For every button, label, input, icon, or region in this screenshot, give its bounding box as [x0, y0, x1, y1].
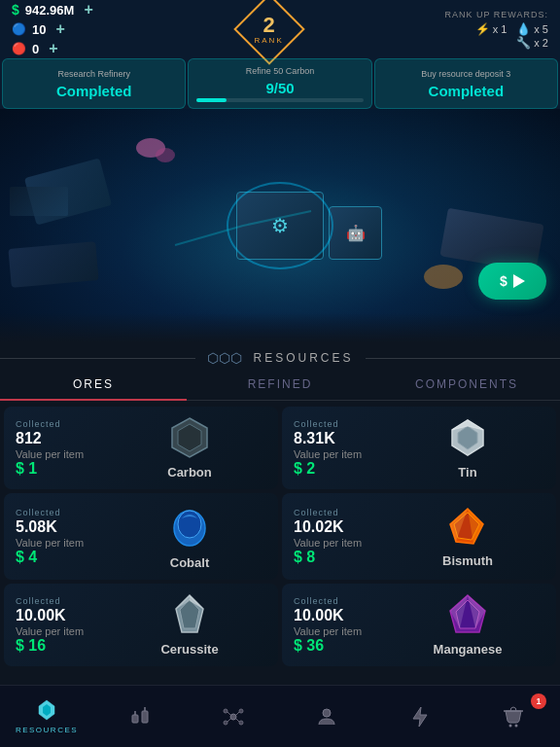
- cerussite-price-label: Value per item: [16, 625, 113, 637]
- manganese-collected-label: Collected: [294, 596, 391, 606]
- cerussite-collected-label: Collected: [16, 596, 113, 606]
- svg-line-32: [228, 712, 230, 715]
- cobalt-collected-label: Collected: [16, 508, 113, 517]
- rank-label: RANK: [254, 36, 283, 45]
- resource-card-cerussite[interactable]: Collected 10.00K Value per item $ 16 Cer…: [4, 584, 278, 666]
- nav-item-network[interactable]: [187, 686, 280, 747]
- resource-info-manganese: Collected 10.00K Value per item $ 36: [294, 596, 391, 655]
- blue-icon: 🔵: [12, 22, 26, 36]
- cobalt-name: Cobalt: [170, 555, 209, 570]
- reward-lightning-amount: x 1: [493, 23, 508, 35]
- resource-card-cobalt[interactable]: Collected 5.08K Value per item $ 4 Cobal…: [4, 493, 278, 580]
- tin-collected-label: Collected: [294, 419, 391, 429]
- reward-gear-amount: x 2: [534, 37, 548, 49]
- bismuth-price-label: Value per item: [294, 537, 391, 549]
- resources-header: ⬡⬡⬡ RESOURCES: [0, 342, 560, 370]
- rank-rewards: RANK UP REWARDS: ⚡ x 1 💧 x 5 🔧 x 2: [444, 10, 548, 50]
- carbon-price-label: Value per item: [16, 448, 113, 460]
- tin-icon-area: Tin: [391, 416, 544, 480]
- quest-2-bar-inner: [196, 98, 227, 102]
- manganese-icon-area: Manganese: [391, 593, 544, 657]
- resource-info-carbon: Collected 812 Value per item $ 1: [16, 419, 113, 478]
- tab-components[interactable]: COMPONENTS: [373, 370, 560, 400]
- cobalt-price-label: Value per item: [16, 537, 113, 549]
- rank-badge: 2 RANK: [238, 0, 300, 60]
- resource-grid: Collected 812 Value per item $ 1 Carbon …: [0, 407, 560, 666]
- nav-item-shop[interactable]: 1: [467, 686, 560, 747]
- resource-card-manganese[interactable]: Collected 10.00K Value per item $ 36 Man…: [282, 584, 556, 666]
- quest-1[interactable]: Research Refinery Completed: [2, 58, 186, 109]
- reward-row-2: 🔧 x 2: [516, 36, 548, 50]
- resource-info-bismuth: Collected 10.02K Value per item $ 8: [294, 508, 391, 566]
- svg-line-34: [228, 719, 230, 722]
- svg-point-30: [224, 721, 228, 725]
- nav-item-lightning[interactable]: [373, 686, 467, 747]
- action-button[interactable]: $: [478, 263, 546, 300]
- quest-bar: Research Refinery Completed Refine 50 Ca…: [0, 58, 560, 109]
- bismuth-icon-area: Bismuth: [391, 505, 544, 568]
- tab-refined[interactable]: REFINED: [187, 370, 373, 400]
- cobalt-price-value: $ 4: [16, 549, 113, 566]
- game-world[interactable]: ⚙ 🤖: [0, 109, 560, 342]
- nav-shop-badge: 1: [531, 694, 546, 709]
- resource-card-bismuth[interactable]: Collected 10.02K Value per item $ 8 Bism…: [282, 493, 556, 580]
- bismuth-price-value: $ 8: [294, 549, 391, 566]
- resources-divider-right: [366, 358, 560, 359]
- carbon-price-value: $ 1: [16, 460, 113, 478]
- manganese-collected-value: 10.00K: [294, 607, 391, 624]
- red-plus[interactable]: +: [49, 40, 57, 57]
- action-btn-dollar: $: [500, 273, 508, 289]
- reward-gear-icon: 🔧: [516, 36, 531, 50]
- bismuth-name: Bismuth: [442, 553, 493, 568]
- svg-line-33: [236, 712, 239, 715]
- bismuth-collected-label: Collected: [294, 508, 391, 517]
- red-resource-row: 🔴 0 +: [12, 40, 93, 57]
- machine-cannon-left: [8, 241, 98, 288]
- manganese-icon-svg: [446, 593, 489, 636]
- cerussite-name: Cerussite: [160, 642, 218, 657]
- nav-item-craft[interactable]: [93, 686, 187, 747]
- quest-3[interactable]: Buy resource deposit 3 Completed: [374, 58, 558, 109]
- quest-3-title: Buy resource deposit 3: [421, 69, 510, 79]
- nav-item-profile[interactable]: [280, 686, 373, 747]
- tin-name: Tin: [458, 465, 476, 480]
- bottom-nav: RESOURCES: [0, 685, 560, 747]
- nav-item-resources[interactable]: RESOURCES: [0, 686, 93, 747]
- resource-card-carbon[interactable]: Collected 812 Value per item $ 1 Carbon: [4, 407, 278, 489]
- cobalt-icon-area: Cobalt: [113, 503, 266, 570]
- nav-network-icon: [222, 705, 245, 729]
- red-icon: 🔴: [12, 42, 26, 55]
- quest-2-status: 9/50: [265, 80, 294, 96]
- resources-section: ⬡⬡⬡ RESOURCES ORES REFINED COMPONENTS Co…: [0, 342, 560, 685]
- quest-1-title: Research Refinery: [57, 69, 130, 79]
- terrain-orange: [424, 265, 463, 289]
- rank-inner: 2 RANK: [254, 15, 283, 45]
- resource-card-tin[interactable]: Collected 8.31K Value per item $ 2 Tin: [282, 407, 556, 489]
- svg-point-31: [239, 721, 243, 725]
- svg-rect-24: [142, 711, 148, 723]
- svg-point-38: [509, 724, 512, 727]
- resources-dots: ⬡⬡⬡: [207, 350, 242, 366]
- top-hud: $ 942.96M + 🔵 10 + 🔴 0 + 2 RANK RANK UP …: [0, 0, 560, 58]
- blue-resource-row: 🔵 10 +: [12, 20, 93, 38]
- blue-plus[interactable]: +: [55, 20, 64, 38]
- reward-lightning: ⚡ x 1: [475, 22, 508, 36]
- svg-point-28: [224, 709, 228, 713]
- cobalt-icon-svg: [168, 503, 211, 550]
- nav-resources-icon: [35, 698, 58, 722]
- tab-ores[interactable]: ORES: [0, 370, 187, 401]
- cerussite-icon-area: Cerussite: [113, 593, 266, 657]
- world-bottom-fade: [0, 313, 560, 342]
- reward-lightning-icon: ⚡: [475, 22, 490, 36]
- tin-collected-value: 8.31K: [294, 430, 391, 447]
- rank-rewards-title: RANK UP REWARDS:: [444, 10, 548, 19]
- action-btn-play-icon: [513, 274, 525, 288]
- manganese-price-value: $ 36: [294, 637, 391, 655]
- bismuth-collected-value: 10.02K: [294, 518, 391, 536]
- blue-value: 10: [32, 22, 46, 37]
- money-plus[interactable]: +: [84, 1, 92, 18]
- svg-point-29: [239, 709, 243, 713]
- tin-price-value: $ 2: [294, 460, 391, 478]
- cerussite-collected-value: 10.00K: [16, 607, 113, 624]
- quest-2[interactable]: Refine 50 Carbon 9/50: [188, 58, 371, 109]
